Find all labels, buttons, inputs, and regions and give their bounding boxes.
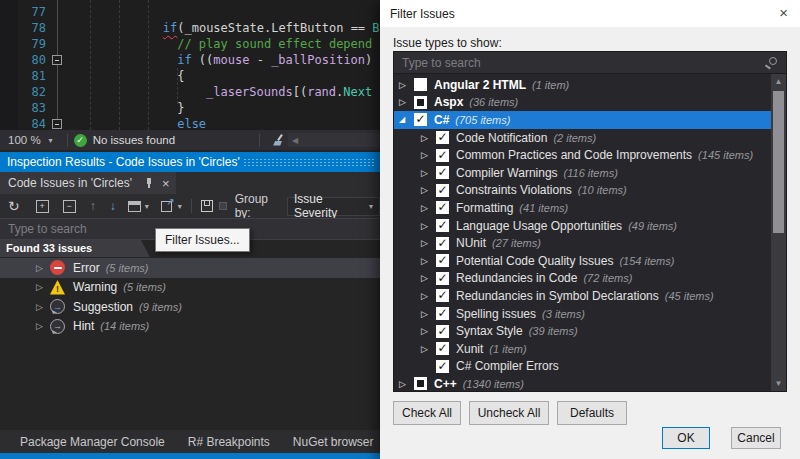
issue-type-row[interactable]: ▷✓Common Practices and Code Improvements… [394,146,771,164]
checkbox[interactable] [414,377,427,390]
issue-type-row[interactable]: ▷Aspx(36 items) [394,94,771,112]
line-number[interactable]: 77 [0,4,46,20]
issue-type-row[interactable]: ▷✓Spelling issues(3 items) [394,305,771,323]
search-input[interactable] [394,52,786,73]
issue-type-row[interactable]: ▷✓Potential Code Quality Issues(154 item… [394,252,771,270]
scroll-left-icon[interactable]: ◀ [292,136,298,145]
close-icon[interactable]: × [779,5,788,20]
code-editor[interactable]: 7778if(_mouseState.LeftButton == Bu79// … [0,0,380,130]
dialog-titlebar[interactable]: Filter Issues × [380,0,800,27]
vertical-scrollbar[interactable]: ▲ ▼ [771,74,786,391]
filter-issues-button[interactable] [219,202,227,210]
checkbox[interactable] [414,78,427,91]
dialog-search-box[interactable] [393,51,787,74]
expander-icon[interactable]: ▷ [36,282,50,292]
expander-icon[interactable]: ▷ [399,97,413,107]
no-issues-check-icon[interactable]: ✓ [74,134,87,147]
checkbox[interactable]: ✓ [436,342,449,355]
refresh-button[interactable]: ↻ [4,196,24,216]
issue-type-row[interactable]: ▷Angular 2 HTML(1 item) [394,76,771,94]
export-button[interactable]: ↗ ▾ [157,196,186,216]
code-cleanup-icon[interactable] [272,134,285,147]
inspection-group-row[interactable]: ▷Error(5 items) [0,258,380,278]
preview-pane-button[interactable]: ▾ [124,196,153,216]
inspection-group-row[interactable]: ▷!Warning(5 items) [0,278,380,298]
expander-icon[interactable]: ▷ [421,291,435,301]
line-number[interactable]: 80 [0,52,46,68]
expander-icon[interactable]: ▷ [36,263,50,273]
bottom-tab[interactable]: NuGet browser [293,435,374,449]
expander-icon[interactable]: ▷ [421,221,435,231]
fold-marker[interactable] [52,55,62,65]
expander-icon[interactable]: ▷ [421,344,435,354]
checkbox[interactable]: ✓ [436,307,449,320]
issue-type-row[interactable]: ▷✓NUnit(27 items) [394,234,771,252]
checkbox[interactable]: ✓ [414,113,427,126]
expander-icon[interactable]: ▷ [421,238,435,248]
expander-icon[interactable]: ▷ [421,150,435,160]
pin-icon[interactable] [144,177,154,189]
checkbox[interactable]: ✓ [436,149,449,162]
previous-issue-button[interactable]: ↑ [86,196,100,216]
expander-icon[interactable]: ▷ [421,273,435,283]
issue-type-row[interactable]: ▷✓Xunit(1 item) [394,340,771,358]
issue-type-row[interactable]: ✓C# Compiler Errors [394,358,771,376]
tab-code-issues[interactable]: Code Issues in 'Circles' × [0,172,176,194]
zoom-level-dropdown[interactable]: 100 % ▾ [0,134,61,146]
check-all-button[interactable]: Check All [393,401,461,425]
issue-type-row[interactable]: ▷✓Redundancies in Code(72 items) [394,270,771,288]
checkbox[interactable]: ✓ [436,272,449,285]
expander-icon[interactable]: ▷ [421,185,435,195]
bottom-tab[interactable]: R# Breakpoints [188,435,270,449]
scroll-up-icon[interactable]: ▲ [771,77,786,86]
save-button[interactable] [197,196,217,216]
inspection-group-row[interactable]: ▷→Suggestion(9 items) [0,297,380,317]
checkbox[interactable]: ✓ [436,201,449,214]
checkbox[interactable]: ✓ [436,131,449,144]
issue-type-row[interactable]: ▷✓Redundancies in Symbol Declarations(45… [394,287,771,305]
issue-type-row[interactable]: ▷✓Compiler Warnings(116 items) [394,164,771,182]
expander-icon[interactable]: ▷ [421,326,435,336]
checkbox[interactable]: ✓ [436,289,449,302]
line-number[interactable]: 78 [0,20,46,36]
checkbox[interactable]: ✓ [436,184,449,197]
expand-all-button[interactable]: + [32,196,53,216]
inspection-group-row[interactable]: ▷→Hint(14 items) [0,317,380,337]
ok-button[interactable]: OK [662,427,710,449]
issue-type-row[interactable]: ▷✓Formatting(41 items) [394,199,771,217]
scrollbar-thumb[interactable] [773,91,784,233]
cancel-button[interactable]: Cancel [731,427,781,449]
issue-type-row[interactable]: ▷✓Code Notification(2 items) [394,129,771,147]
bottom-tab[interactable]: Package Manager Console [20,435,165,449]
checkbox[interactable]: ✓ [436,360,449,373]
issue-type-row[interactable]: ▷C++(1340 items) [394,375,771,392]
issue-type-row[interactable]: ▷✓Constraints Violations(10 items) [394,182,771,200]
checkbox[interactable]: ✓ [436,237,449,250]
issue-type-row[interactable]: ◢✓C#(705 items) [394,111,771,129]
checkbox[interactable]: ✓ [436,166,449,179]
defaults-button[interactable]: Defaults [557,401,627,425]
line-number[interactable]: 84 [0,116,46,130]
fold-marker[interactable] [52,119,62,129]
next-issue-button[interactable]: ↓ [106,196,120,216]
checkbox[interactable]: ✓ [436,219,449,232]
expander-icon[interactable]: ▷ [421,309,435,319]
expander-icon[interactable]: ▷ [421,133,435,143]
line-number[interactable]: 79 [0,36,46,52]
scroll-down-icon[interactable]: ▼ [771,379,786,388]
collapse-all-button[interactable]: − [59,196,80,216]
line-number[interactable]: 81 [0,68,46,84]
expander-icon[interactable]: ▷ [36,321,50,331]
expander-icon[interactable]: ▷ [399,379,413,389]
line-number[interactable]: 83 [0,100,46,116]
expander-icon[interactable]: ▷ [421,256,435,266]
expander-icon[interactable]: ▷ [421,168,435,178]
tool-window-titlebar[interactable]: Inspection Results - Code Issues in 'Cir… [0,152,380,172]
checkbox[interactable]: ✓ [436,254,449,267]
checkbox[interactable] [414,96,427,109]
expander-icon[interactable]: ▷ [421,203,435,213]
uncheck-all-button[interactable]: Uncheck All [469,401,549,425]
expander-icon[interactable]: ▷ [399,80,413,90]
expander-icon[interactable]: ◢ [399,115,413,124]
expander-icon[interactable]: ▷ [36,302,50,312]
